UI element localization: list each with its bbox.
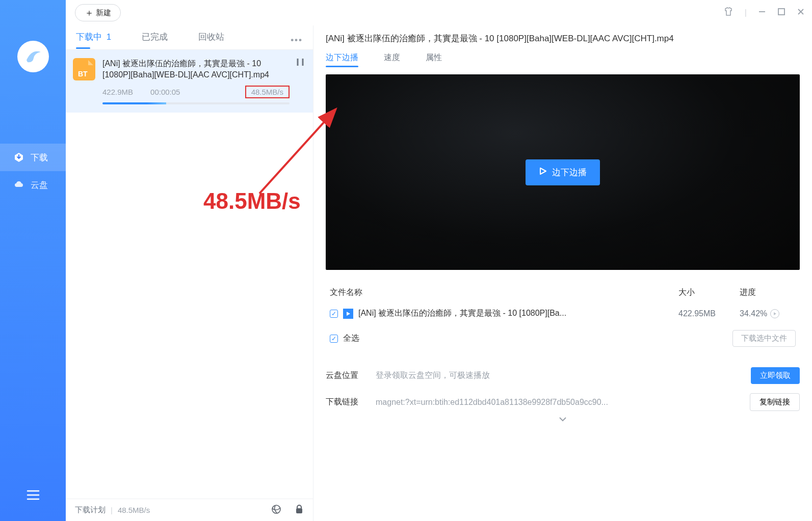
window-controls: | (723, 7, 805, 19)
new-button[interactable]: ＋ 新建 (75, 4, 121, 21)
tab-downloading[interactable]: 下载中 1 (76, 31, 111, 49)
sidebar: 下载 云盘 (0, 0, 66, 521)
sidebar-item-label: 云盘 (31, 179, 48, 191)
download-progress-bar (102, 102, 290, 104)
detail-title: [ANi] 被逐出隊伍的治癒師，其實是最強 - 10 [1080P][Baha]… (326, 33, 800, 44)
divider: | (111, 506, 113, 514)
download-elapsed: 00:00:05 (150, 88, 180, 96)
new-button-label: 新建 (96, 8, 111, 18)
copy-link-button[interactable]: 复制链接 (750, 393, 800, 411)
svg-text:BT: BT (78, 70, 88, 78)
play-while-download-button[interactable]: 边下边播 (526, 159, 600, 185)
close-icon[interactable] (797, 8, 805, 18)
bt-file-icon: BT (73, 58, 95, 80)
download-tabs: 下载中 1 已完成 回收站 ••• (66, 25, 313, 50)
col-progress-header: 进度 (740, 287, 796, 298)
detail-tabs: 边下边播 速度 属性 (326, 52, 800, 67)
download-title: [ANi] 被逐出隊伍的治癒師，其實是最強 - 10 [1080P][Baha]… (102, 58, 290, 80)
table-row[interactable]: [ANi] 被逐出隊伍的治癒師，其實是最強 - 10 [1080P][Ba...… (326, 302, 800, 325)
play-circle-icon[interactable] (770, 309, 779, 318)
play-icon (539, 167, 547, 178)
download-item[interactable]: BT [ANi] 被逐出隊伍的治癒師，其實是最強 - 10 [1080P][Ba… (66, 50, 313, 113)
tab-completed[interactable]: 已完成 (142, 31, 168, 49)
status-bar: 下载计划 | 48.5MB/s (66, 499, 313, 521)
browser-icon[interactable] (271, 504, 281, 516)
lock-icon[interactable] (295, 504, 304, 516)
select-all-checkbox[interactable] (330, 335, 338, 343)
download-speed: 48.5MB/s (245, 86, 290, 98)
play-button-label: 边下边播 (552, 167, 587, 178)
select-all-label[interactable]: 全选 (343, 333, 359, 344)
row-progress: 34.42% (740, 309, 767, 318)
menu-button[interactable] (0, 489, 66, 501)
sidebar-item-download[interactable]: 下载 (0, 144, 66, 171)
sidebar-item-label: 下载 (31, 152, 48, 163)
expand-chevron-icon[interactable] (326, 415, 800, 424)
tab-count: 1 (107, 32, 111, 42)
download-link-row: 下载链接 magnet:?xt=urn:btih:ed112dbd401a811… (326, 393, 800, 411)
divider: | (745, 8, 747, 17)
col-name-header: 文件名称 (330, 287, 678, 298)
cloud-value: 登录领取云盘空间，可极速播放 (376, 370, 739, 381)
footer-speed: 48.5MB/s (118, 506, 150, 514)
cloud-label: 云盘位置 (326, 370, 363, 381)
row-checkbox[interactable] (330, 310, 338, 318)
plus-icon: ＋ (85, 8, 94, 17)
sidebar-item-cloud[interactable]: 云盘 (0, 171, 66, 199)
svg-rect-0 (778, 9, 784, 15)
cloud-location-row: 云盘位置 登录领取云盘空间，可极速播放 立即领取 (326, 367, 800, 384)
col-size-header: 大小 (678, 287, 740, 298)
video-preview: 边下边播 (326, 74, 800, 270)
cloud-icon (13, 179, 24, 190)
tab-more-icon[interactable]: ••• (291, 35, 303, 45)
row-name: [ANi] 被逐出隊伍的治癒師，其實是最強 - 10 [1080P][Ba... (358, 308, 566, 319)
video-file-icon (343, 309, 353, 319)
app-logo (17, 41, 49, 72)
pause-button[interactable] (297, 58, 304, 69)
tab-label: 下载中 (76, 32, 102, 42)
download-icon (13, 152, 24, 163)
claim-button[interactable]: 立即领取 (751, 367, 800, 384)
plan-label[interactable]: 下载计划 (75, 505, 106, 515)
detail-tab-play[interactable]: 边下边播 (326, 52, 358, 67)
svg-rect-3 (296, 508, 302, 513)
link-label: 下载链接 (326, 397, 363, 407)
link-value: magnet:?xt=urn:btih:ed112dbd401a81138e99… (376, 398, 738, 407)
topbar: ＋ 新建 | (66, 0, 812, 25)
minimize-icon[interactable] (758, 8, 766, 18)
download-size: 422.9MB (102, 88, 133, 96)
detail-tab-speed[interactable]: 速度 (384, 52, 400, 67)
skin-icon[interactable] (723, 7, 734, 19)
download-selected-button[interactable]: 下载选中文件 (732, 330, 796, 347)
file-table: 文件名称 大小 进度 [ANi] 被逐出隊伍的治癒師，其實是最強 - 10 [1… (326, 283, 800, 352)
tab-recycle[interactable]: 回收站 (198, 31, 224, 49)
row-size: 422.95MB (678, 309, 740, 318)
detail-tab-props[interactable]: 属性 (426, 52, 442, 67)
maximize-icon[interactable] (777, 8, 785, 18)
